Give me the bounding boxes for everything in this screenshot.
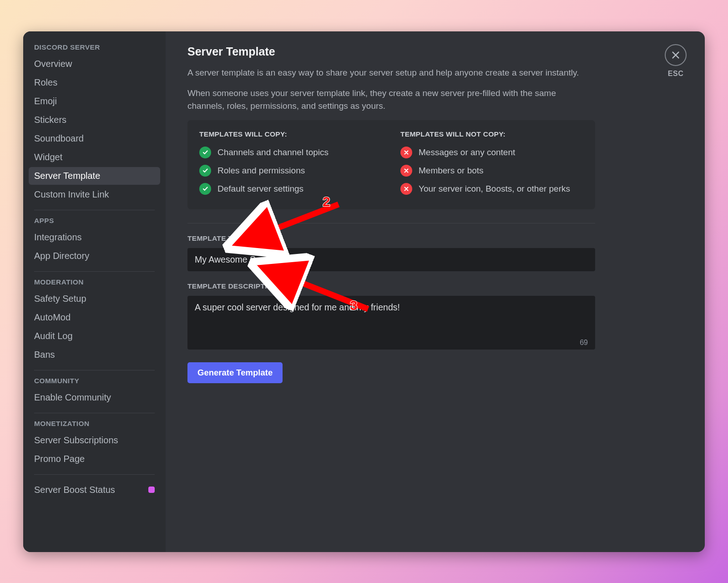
main-content: ESC Server Template A server template is…	[166, 31, 705, 552]
page-description-1: A server template is an easy way to shar…	[187, 66, 583, 79]
page-description-2: When someone uses your server template l…	[187, 87, 583, 112]
close-button[interactable]: ESC	[665, 44, 687, 78]
checkmark-icon	[199, 165, 211, 177]
sidebar-cat-moderation: MODERATION	[29, 278, 160, 290]
sidebar-item-safety-setup[interactable]: Safety Setup	[29, 290, 160, 308]
sidebar-item-label: Server Boost Status	[34, 485, 115, 495]
copy-item: Roles and permissions	[217, 166, 305, 176]
sidebar-item-server-boost-status[interactable]: Server Boost Status	[29, 481, 160, 499]
cross-icon	[400, 147, 412, 158]
sidebar-item-roles[interactable]: Roles	[29, 74, 160, 91]
nocopy-header: TEMPLATES WILL NOT COPY:	[400, 130, 583, 138]
copy-item: Default server settings	[217, 184, 303, 194]
nocopy-row: Your server icon, Boosts, or other perks	[400, 183, 583, 195]
sidebar-item-promo-page[interactable]: Promo Page	[29, 450, 160, 468]
nocopy-column: TEMPLATES WILL NOT COPY: Messages or any…	[400, 130, 583, 201]
sidebar-item-overview[interactable]: Overview	[29, 55, 160, 73]
copy-row: Roles and permissions	[199, 165, 382, 177]
boost-badge-icon	[148, 487, 155, 493]
close-label: ESC	[665, 70, 687, 78]
sidebar-divider	[34, 413, 155, 413]
sidebar-item-custom-invite-link[interactable]: Custom Invite Link	[29, 186, 160, 203]
divider	[187, 223, 595, 223]
generate-template-button[interactable]: Generate Template	[187, 362, 283, 383]
sidebar-item-audit-log[interactable]: Audit Log	[29, 327, 160, 345]
template-description-input[interactable]	[187, 296, 595, 350]
sidebar-cat-server: DISCORD SERVER	[29, 43, 160, 55]
nocopy-item: Your server icon, Boosts, or other perks	[419, 184, 570, 194]
copy-item: Channels and channel topics	[217, 147, 329, 157]
nocopy-item: Members or bots	[419, 166, 484, 176]
sidebar-divider	[34, 210, 155, 210]
sidebar-item-server-subscriptions[interactable]: Server Subscriptions	[29, 431, 160, 449]
sidebar: DISCORD SERVER Overview Roles Emoji Stic…	[23, 31, 166, 552]
page-title: Server Template	[187, 45, 683, 58]
nocopy-item: Messages or any content	[419, 147, 515, 157]
checkmark-icon	[199, 147, 211, 158]
settings-window: DISCORD SERVER Overview Roles Emoji Stic…	[23, 31, 705, 552]
template-title-label: TEMPLATE TITLE	[187, 234, 683, 243]
nocopy-row: Members or bots	[400, 165, 583, 177]
copy-row: Channels and channel topics	[199, 147, 382, 158]
template-description-label: TEMPLATE DESCRIPTION	[187, 282, 683, 290]
checkmark-icon	[199, 183, 211, 195]
copy-row: Default server settings	[199, 183, 382, 195]
annotation-number-3: 3	[350, 298, 358, 313]
sidebar-item-app-directory[interactable]: App Directory	[29, 247, 160, 265]
cross-icon	[400, 183, 412, 195]
sidebar-item-widget[interactable]: Widget	[29, 148, 160, 166]
sidebar-item-integrations[interactable]: Integrations	[29, 228, 160, 246]
cross-icon	[400, 165, 412, 177]
sidebar-item-stickers[interactable]: Stickers	[29, 111, 160, 129]
sidebar-item-enable-community[interactable]: Enable Community	[29, 389, 160, 406]
char-counter: 69	[580, 339, 588, 347]
sidebar-item-server-template[interactable]: Server Template	[29, 167, 160, 185]
sidebar-divider	[34, 474, 155, 475]
copy-header: TEMPLATES WILL COPY:	[199, 130, 382, 138]
sidebar-divider	[34, 370, 155, 370]
template-title-input[interactable]	[187, 248, 595, 271]
sidebar-cat-community: COMMUNITY	[29, 377, 160, 389]
sidebar-cat-monetization: MONETIZATION	[29, 420, 160, 431]
nocopy-row: Messages or any content	[400, 147, 583, 158]
sidebar-item-automod[interactable]: AutoMod	[29, 309, 160, 326]
copy-column: TEMPLATES WILL COPY: Channels and channe…	[199, 130, 382, 201]
sidebar-divider	[34, 271, 155, 272]
sidebar-cat-apps: APPS	[29, 217, 160, 228]
template-info-box: TEMPLATES WILL COPY: Channels and channe…	[187, 120, 595, 209]
sidebar-item-bans[interactable]: Bans	[29, 346, 160, 364]
sidebar-item-emoji[interactable]: Emoji	[29, 92, 160, 110]
annotation-number-2: 2	[323, 194, 330, 209]
sidebar-item-soundboard[interactable]: Soundboard	[29, 130, 160, 147]
close-icon	[665, 44, 687, 66]
